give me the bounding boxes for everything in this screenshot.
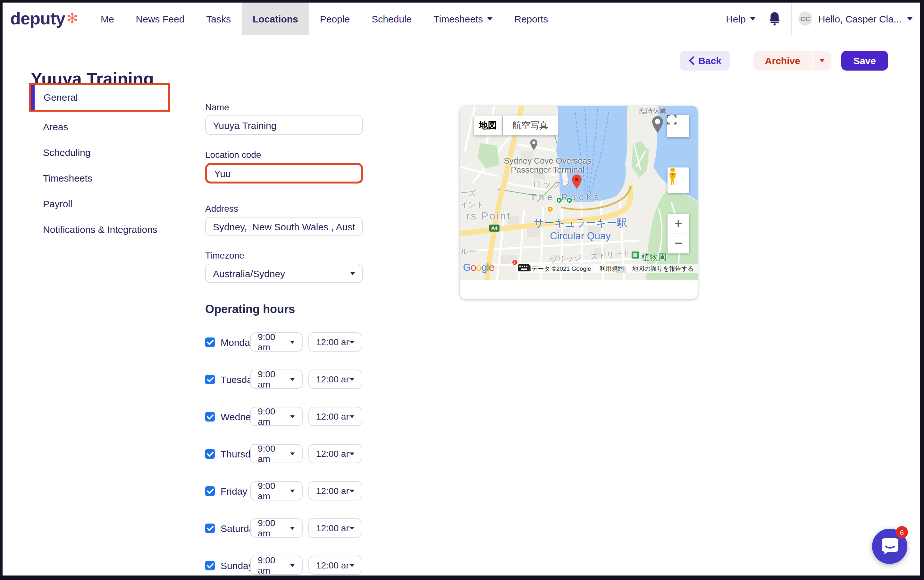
header-actions: Back Archive Save bbox=[680, 51, 888, 71]
day-checkbox[interactable] bbox=[205, 486, 215, 496]
end-time-select[interactable]: 12:00 am (next day) bbox=[308, 518, 362, 538]
help-menu[interactable]: Help bbox=[719, 13, 762, 24]
keyboard-shortcuts-icon[interactable] bbox=[518, 264, 529, 271]
start-time-select[interactable]: 9:00 am bbox=[250, 481, 303, 501]
notifications-bell-button[interactable] bbox=[762, 12, 788, 26]
google-map[interactable]: 臨時休業 Sydney Cove Overseas Passenger Term… bbox=[460, 106, 698, 280]
deputy-wordmark: deputy bbox=[10, 9, 65, 28]
day-checkbox[interactable] bbox=[205, 374, 215, 384]
end-time-select[interactable]: 12:00 am (next day) bbox=[308, 444, 362, 463]
nav-tab-locations[interactable]: Locations bbox=[242, 3, 309, 35]
start-time-select[interactable]: 9:00 am bbox=[250, 369, 303, 389]
chevron-down-icon bbox=[290, 489, 294, 493]
chevron-down-icon bbox=[819, 59, 825, 62]
map-fullscreen-button[interactable] bbox=[667, 115, 689, 137]
park-icon bbox=[631, 252, 639, 259]
day-toggle: Sunday bbox=[205, 560, 250, 571]
sidebar-item-label: General bbox=[44, 92, 78, 103]
day-checkbox[interactable] bbox=[205, 449, 215, 458]
address-input[interactable] bbox=[205, 217, 363, 236]
end-time-select[interactable]: 12:00 am (next day) bbox=[308, 332, 362, 352]
end-time-value: 12:00 am (next day) bbox=[316, 560, 349, 570]
day-checkbox[interactable] bbox=[205, 523, 215, 533]
chevron-down-icon bbox=[290, 415, 294, 418]
nav-right-cluster: Help CC Hello, Casper Cla... bbox=[719, 3, 920, 35]
operating-hours-title: Operating hours bbox=[205, 303, 363, 318]
sidebar-item-scheduling[interactable]: Scheduling bbox=[29, 139, 170, 165]
nav-tab-tasks[interactable]: Tasks bbox=[195, 3, 242, 35]
chevron-left-icon bbox=[689, 56, 694, 65]
street-view-pegman[interactable] bbox=[668, 168, 689, 193]
settings-sidebar: General Areas Scheduling Timesheets Payr… bbox=[29, 83, 170, 242]
google-logo[interactable]: Google bbox=[463, 262, 494, 274]
ferry-marker-icon: F bbox=[566, 197, 572, 203]
end-time-value: 12:00 am (next day) bbox=[316, 486, 349, 496]
check-icon bbox=[207, 412, 214, 420]
map-label-terminal-line1: Sydney Cove Overseas bbox=[496, 157, 599, 166]
start-time-select[interactable]: 9:00 am bbox=[250, 555, 303, 575]
archive-dropdown-button[interactable] bbox=[813, 51, 831, 71]
day-toggle: Friday bbox=[205, 485, 250, 496]
day-checkbox[interactable] bbox=[205, 337, 215, 347]
user-avatar[interactable]: CC bbox=[798, 12, 812, 26]
day-toggle: Tuesday bbox=[205, 374, 250, 385]
chevron-down-icon bbox=[290, 378, 294, 381]
start-time-value: 9:00 am bbox=[258, 443, 290, 464]
map-type-satellite-button[interactable]: 航空写真 bbox=[503, 115, 558, 135]
end-time-select[interactable]: 12:00 am (next day) bbox=[308, 481, 362, 501]
nav-tab-schedule[interactable]: Schedule bbox=[361, 3, 423, 35]
start-time-value: 9:00 am bbox=[258, 369, 290, 389]
nav-tab-news-feed[interactable]: News Feed bbox=[125, 3, 196, 35]
sidebar-item-payroll[interactable]: Payroll bbox=[29, 191, 170, 216]
chat-launcher-button[interactable]: 6 bbox=[872, 529, 908, 564]
header-divider bbox=[168, 62, 709, 62]
chevron-down-icon bbox=[908, 17, 912, 20]
operating-hours-row: Saturday 9:00 am 12:00 am (next day) bbox=[205, 518, 362, 538]
chevron-down-icon bbox=[350, 489, 354, 493]
start-time-select[interactable]: 9:00 am bbox=[250, 518, 303, 538]
name-input[interactable] bbox=[205, 115, 363, 135]
nav-tab-people[interactable]: People bbox=[309, 3, 361, 35]
check-icon bbox=[207, 487, 214, 494]
end-time-select[interactable]: 12:00 am (next day) bbox=[308, 555, 362, 575]
start-time-select[interactable]: 9:00 am bbox=[250, 444, 303, 463]
timezone-select[interactable]: Australia/Sydney bbox=[205, 264, 363, 283]
operating-hours-list: Monday 9:00 am 12:00 am (next day) bbox=[205, 332, 363, 575]
day-toggle: Saturday bbox=[205, 522, 250, 534]
start-time-select[interactable]: 9:00 am bbox=[250, 407, 303, 426]
end-time-select[interactable]: 12:00 am (next day) bbox=[308, 369, 362, 389]
map-type-map-button[interactable]: 地図 bbox=[474, 115, 502, 135]
map-terms-link[interactable]: 利用規約 bbox=[595, 265, 628, 273]
zoom-out-button[interactable]: − bbox=[668, 234, 689, 254]
save-button[interactable]: Save bbox=[841, 51, 888, 71]
sidebar-item-notifications-integrations[interactable]: Notifications & Integrations bbox=[29, 216, 170, 242]
location-code-input[interactable] bbox=[205, 163, 363, 183]
chevron-down-icon bbox=[350, 527, 354, 530]
address-label: Address bbox=[205, 203, 363, 215]
active-indicator-bar bbox=[31, 85, 35, 110]
back-button[interactable]: Back bbox=[680, 51, 730, 71]
nav-tab-timesheets[interactable]: Timesheets bbox=[423, 3, 503, 35]
nav-tab-me[interactable]: Me bbox=[90, 3, 125, 35]
sidebar-item-areas[interactable]: Areas bbox=[29, 114, 170, 139]
start-time-value: 9:00 am bbox=[258, 332, 290, 352]
nav-tab-reports[interactable]: Reports bbox=[503, 3, 559, 35]
zoom-in-button[interactable]: + bbox=[668, 214, 689, 233]
chevron-down-icon bbox=[750, 17, 755, 20]
sidebar-item-general[interactable]: General bbox=[29, 83, 170, 112]
day-label: Monday bbox=[220, 336, 255, 348]
deputy-logo[interactable]: deputy ✻ bbox=[3, 3, 90, 35]
map-zoom-control: + − bbox=[668, 214, 689, 254]
check-icon bbox=[207, 375, 214, 382]
map-label-point-fragment-2: イント bbox=[460, 199, 484, 211]
start-time-select[interactable]: 9:00 am bbox=[250, 332, 303, 352]
chevron-down-icon bbox=[290, 452, 294, 455]
sidebar-item-timesheets[interactable]: Timesheets bbox=[29, 165, 170, 191]
end-time-select[interactable]: 12:00 am (next day) bbox=[308, 407, 362, 426]
map-report-error-link[interactable]: 地図の誤りを報告する bbox=[628, 265, 698, 273]
archive-button[interactable]: Archive bbox=[753, 51, 812, 71]
day-checkbox[interactable] bbox=[205, 412, 215, 421]
user-menu[interactable]: Hello, Casper Cla... bbox=[818, 13, 912, 24]
bell-icon bbox=[768, 12, 781, 26]
day-checkbox[interactable] bbox=[205, 560, 215, 570]
